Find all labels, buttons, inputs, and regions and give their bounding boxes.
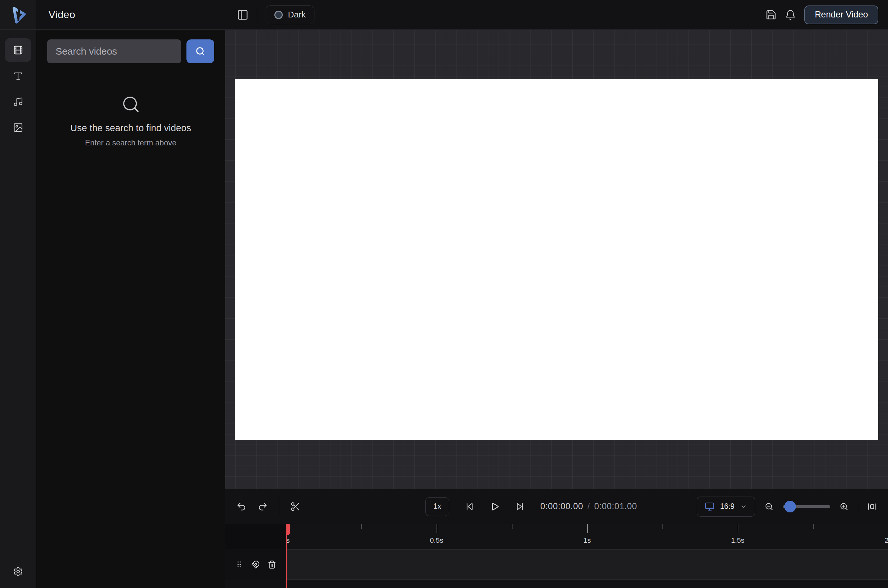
stage-header: Dark Render Video [225,0,888,29]
icon-sidebar [0,30,36,588]
save-icon [765,9,777,20]
timeline-zoom-slider[interactable] [783,505,830,508]
play-icon [489,501,500,512]
image-icon [13,123,23,133]
theme-toggle-button[interactable]: Dark [266,6,314,24]
empty-state-subtitle: Enter a search term above [85,138,176,147]
page-title: Video [48,9,75,21]
ruler-tick-major [436,524,437,533]
stage: 1x [225,30,888,588]
search-icon [121,94,141,114]
top-bar: Video Dark [0,0,888,30]
zoom-slider-thumb[interactable] [784,501,796,512]
sidebar-item-text[interactable] [5,64,32,88]
total-time: 0:00:01.00 [594,501,637,512]
play-logo-icon [8,5,28,25]
track-strip[interactable] [286,549,888,580]
playhead-pin[interactable] [286,524,290,535]
sidebar-item-videos[interactable] [5,38,32,62]
playback-controls: 1x [425,497,637,516]
settings-button[interactable] [13,566,23,577]
zoom-out-icon [764,502,774,512]
timeline-ruler-row: 0s0.5s1s1.5s2s [225,524,888,549]
toggle-sidebar-button[interactable] [237,9,249,21]
aspect-ratio-dropdown[interactable]: 16:9 [697,496,755,517]
bell-icon [785,9,796,20]
timeline-ruler[interactable]: 0s0.5s1s1.5s2s [286,524,888,549]
track-snap-toggle[interactable] [251,560,260,569]
redo-button[interactable] [258,501,268,512]
skip-back-icon [464,501,474,512]
search-input[interactable] [47,39,181,63]
sidebar-item-audio[interactable] [5,90,32,114]
theme-circle-icon [274,10,283,19]
canvas-workspace [225,30,888,489]
panel-left-icon [237,9,249,21]
ruler-label: 2s [885,536,888,545]
timeline: 1x [225,489,888,588]
save-button[interactable] [765,9,777,20]
track-lane[interactable] [286,549,888,588]
undo-button[interactable] [236,501,246,512]
track-header [225,549,286,580]
timeline-toolbar-right: 16:9 [697,496,877,517]
skip-to-start-button[interactable] [464,501,474,512]
timeline-tracks [225,549,888,588]
undo-icon [236,501,246,512]
search-panel: Use the search to find videos Enter a se… [36,30,225,588]
playhead[interactable] [286,524,287,588]
track-drag-handle[interactable] [235,560,243,568]
split-clip-button[interactable] [290,501,300,512]
music-icon [13,97,23,107]
time-separator: / [588,501,590,512]
zoom-in-icon [839,502,849,512]
zoom-in-button[interactable] [839,502,849,512]
panel-header: Video [36,0,225,29]
search-button[interactable] [186,39,214,63]
ruler-label: 0.5s [430,536,443,545]
aspect-ratio-label: 16:9 [720,502,735,511]
video-canvas[interactable] [235,79,878,440]
render-video-button[interactable]: Render Video [804,6,878,24]
type-icon [13,71,23,81]
notifications-button[interactable] [785,9,796,20]
ruler-tick-minor [663,524,663,529]
playback-speed-button[interactable]: 1x [425,497,449,516]
ruler-tick-minor [361,524,362,529]
body-row: Use the search to find videos Enter a se… [0,30,888,588]
chevron-down-icon [740,503,747,510]
sidebar-footer [0,555,36,588]
monitor-icon [705,502,714,512]
app-logo[interactable] [0,0,36,29]
timeline-toolbar-left [236,498,425,516]
current-time: 0:00:00.00 [540,501,583,512]
skip-to-end-button[interactable] [515,501,525,512]
ruler-tick-minor [813,524,814,529]
ruler-label: 1.5s [731,536,744,545]
film-icon [13,45,23,55]
ruler-tick-minor [512,524,513,529]
play-button[interactable] [489,501,500,512]
gear-icon [13,566,23,577]
ruler-label: 1s [583,536,591,545]
fit-to-view-icon [867,502,877,512]
ruler-tick-major [587,524,588,533]
search-empty-state: Use the search to find videos Enter a se… [47,94,214,147]
trash-icon [268,560,276,569]
fit-timeline-button[interactable] [867,502,877,512]
app-root: Video Dark [0,0,888,588]
toolbar-divider [279,498,279,516]
zoom-out-button[interactable] [764,502,774,512]
scissors-icon [290,501,300,512]
timeline-toolbar: 1x [225,489,888,524]
empty-state-title: Use the search to find videos [70,123,191,134]
ruler-tick-major [738,524,738,533]
grip-vertical-icon [235,560,243,568]
theme-label: Dark [288,10,306,20]
ruler-gutter [225,524,286,549]
skip-forward-icon [515,501,525,512]
track-delete-button[interactable] [268,560,276,569]
sidebar-item-images[interactable] [5,116,32,140]
search-icon [195,46,206,57]
toolbar-divider [858,498,858,514]
